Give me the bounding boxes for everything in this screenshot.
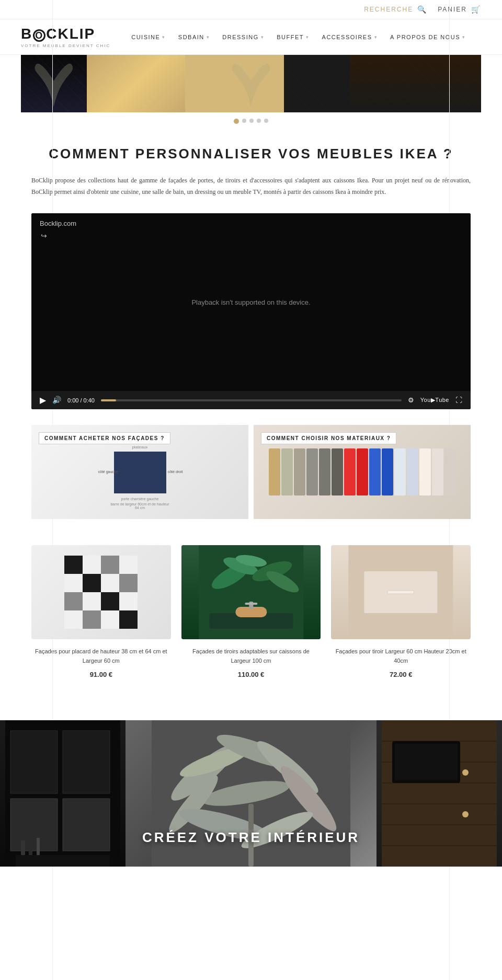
svg-rect-5 — [83, 574, 101, 592]
chevron-down-icon: ▾ — [374, 34, 378, 40]
footer-furniture-svg — [376, 720, 502, 867]
main-content: COMMENT PERSONNALISER VOS MEUBLES IKEA ?… — [0, 130, 502, 720]
checker-pattern — [64, 556, 138, 629]
svg-rect-10 — [101, 592, 119, 610]
progress-bar[interactable] — [101, 399, 402, 401]
product-card-1[interactable]: Façades pour placard de hauteur 38 cm et… — [31, 545, 171, 678]
carousel-dots — [21, 112, 481, 130]
product-title-2: Façades de tiroirs adaptables sur caisso… — [181, 647, 321, 665]
svg-rect-8 — [64, 592, 83, 610]
description-text: BoCklip propose des collections haut de … — [31, 175, 471, 198]
carousel-dot-2[interactable] — [242, 119, 246, 123]
chevron-down-icon: ▾ — [261, 34, 265, 40]
nav-label-buffet: BUFFET — [277, 34, 304, 40]
beige-scene — [331, 545, 471, 639]
share-icon: ↪ — [41, 232, 47, 240]
svg-rect-50 — [248, 804, 254, 830]
fullscreen-button[interactable]: ⛶ — [455, 396, 462, 405]
youtube-icon[interactable]: You▶Tube — [420, 397, 449, 403]
svg-rect-37 — [29, 843, 32, 855]
carousel-dot-1[interactable] — [234, 119, 239, 124]
svg-rect-33 — [10, 799, 58, 851]
product-card-3[interactable]: Façades pour tiroir Largeur 60 cm Hauteu… — [331, 545, 471, 678]
promo-card-bg-1: COMMENT ACHETER NOS FAÇADES ? plateaux c… — [31, 425, 248, 519]
svg-rect-0 — [64, 556, 83, 574]
swatch-3 — [294, 448, 305, 495]
facade-bottom-label: barre de largeur 60cm et de hauteur 64 c… — [109, 502, 172, 510]
hero-section: ❮ ❯ — [0, 55, 502, 130]
progress-fill — [101, 399, 116, 401]
svg-rect-3 — [119, 556, 138, 574]
product-image-2 — [181, 545, 321, 639]
chevron-down-icon: ▾ — [162, 34, 166, 40]
promo-card-bg-2: COMMENT CHOISIR NOS MATERIAUX ? — [254, 425, 471, 519]
svg-rect-31 — [10, 731, 58, 793]
svg-rect-12 — [64, 610, 83, 629]
swatch-12 — [407, 448, 418, 495]
svg-rect-62 — [395, 744, 458, 780]
facade-hinge-label: porte charnière gauche — [109, 497, 172, 501]
volume-button[interactable]: 🔊 — [52, 396, 61, 405]
swatch-1 — [269, 448, 280, 495]
bathroom-scene — [181, 545, 321, 639]
products-section: Façades pour placard de hauteur 38 cm et… — [31, 545, 471, 678]
logo[interactable]: BOCKLIP VOTRE MEUBLE DEVIENT CHIC — [21, 26, 110, 48]
svg-rect-7 — [119, 574, 138, 592]
video-player[interactable]: Bocklip.com ↪ Playback isn't supported o… — [31, 213, 471, 409]
nav-item-apropos[interactable]: A PROPOS DE NOUS ▾ — [385, 30, 471, 44]
nav-item-cuisine[interactable]: CUISINE ▾ — [126, 30, 171, 44]
facade-right-label: côté droit — [168, 470, 183, 474]
video-controls: ▶ 🔊 0:00 / 0:40 ⚙ You▶Tube ⛶ — [31, 391, 471, 409]
carousel-dot-3[interactable] — [249, 119, 254, 123]
swatch-13 — [419, 448, 431, 495]
svg-point-59 — [462, 769, 469, 776]
svg-rect-34 — [63, 799, 110, 851]
cart-area[interactable]: PANIER 🛒 — [438, 5, 481, 14]
nav-label-cuisine: CUISINE — [131, 34, 160, 40]
swatch-6 — [332, 448, 343, 495]
product-price-1: 91.00 € — [90, 671, 112, 678]
swatch-2 — [281, 448, 293, 495]
nav-item-sdbain[interactable]: SDBAIN ▾ — [173, 30, 215, 44]
svg-rect-1 — [83, 556, 101, 574]
nav-label-dressing: DRESSING — [222, 34, 258, 40]
nav-item-dressing[interactable]: DRESSING ▾ — [217, 30, 269, 44]
top-bar: RECHERCHE 🔍 PANIER 🛒 — [0, 0, 502, 19]
page-title: COMMENT PERSONNALISER VOS MEUBLES IKEA ? — [31, 146, 471, 162]
svg-rect-32 — [63, 731, 110, 793]
play-button[interactable]: ▶ — [40, 395, 46, 405]
swatch-14 — [432, 448, 443, 495]
footer-cta-text: CRÉEZ VOTRE INTÉRIEUR — [142, 829, 360, 846]
product-image-3 — [331, 545, 471, 639]
svg-rect-11 — [119, 592, 138, 610]
promo-card-materiaux[interactable]: COMMENT CHOISIR NOS MATERIAUX ? — [254, 425, 471, 519]
product-title-3: Façades pour tiroir Largeur 60 cm Hauteu… — [331, 647, 471, 665]
search-area[interactable]: RECHERCHE 🔍 — [364, 5, 427, 14]
chevron-down-icon: ▾ — [462, 34, 466, 40]
footer-kitchen-svg — [0, 720, 126, 867]
main-nav: CUISINE ▾ SDBAIN ▾ DRESSING ▾ BUFFET ▾ A… — [126, 30, 481, 44]
svg-rect-38 — [37, 838, 40, 855]
carousel-dot-4[interactable] — [257, 119, 261, 123]
nav-item-buffet[interactable]: BUFFET ▾ — [271, 30, 314, 44]
nav-label-sdbain: SDBAIN — [178, 34, 204, 40]
promo-row: COMMENT ACHETER NOS FAÇADES ? plateaux c… — [31, 425, 471, 519]
facade-door: côté gauche côté droit — [114, 452, 166, 493]
header: BOCKLIP VOTRE MEUBLE DEVIENT CHIC CUISIN… — [0, 19, 502, 55]
swatch-8 — [357, 448, 368, 495]
product-image-1 — [31, 545, 171, 639]
settings-icon[interactable]: ⚙ — [408, 396, 414, 405]
search-icon[interactable]: 🔍 — [417, 5, 427, 14]
facade-illustration: plateaux côté gauche côté droit porte ch… — [109, 445, 172, 510]
product-card-2[interactable]: Façades de tiroirs adaptables sur caisso… — [181, 545, 321, 678]
nav-label-apropos: A PROPOS DE NOUS — [390, 34, 460, 40]
nav-item-accessoires[interactable]: ACCESSOIRES ▾ — [317, 30, 383, 44]
svg-point-60 — [462, 811, 469, 817]
carousel-dot-5[interactable] — [264, 119, 268, 123]
logo-tagline: VOTRE MEUBLE DEVIENT CHIC — [21, 43, 110, 48]
nav-label-accessoires: ACCESSOIRES — [322, 34, 372, 40]
promo-card-facades[interactable]: COMMENT ACHETER NOS FAÇADES ? plateaux c… — [31, 425, 248, 519]
search-label: RECHERCHE — [364, 6, 413, 13]
swatch-5 — [319, 448, 330, 495]
swatch-row — [258, 438, 466, 506]
